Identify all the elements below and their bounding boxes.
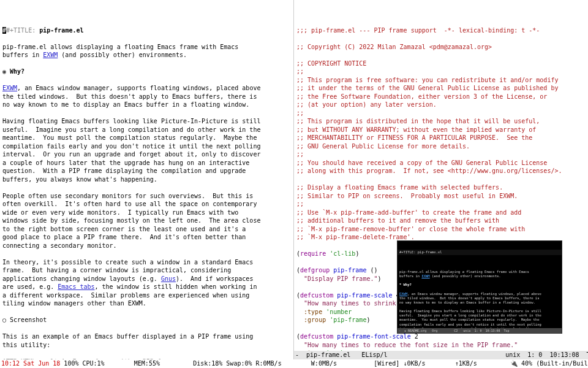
src-c15: ;; Display a floating Emacs frame with s… [296, 184, 503, 191]
src-c13: ;; You should have received a copy of th… [296, 159, 547, 166]
src-copyright: ;; Copyright (C) 2022 Milan Zamazal <pdm… [296, 44, 492, 50]
intro-line2a: buffers in [2, 52, 43, 58]
src-c4c: ;; [296, 151, 304, 158]
src-c18: ;; additional buffers to it and remove t… [296, 217, 499, 224]
source-pane[interactable]: ;;; pip-frame.el --- PIP frame support -… [294, 0, 588, 359]
heading-bullet-2: ○ [2, 316, 10, 323]
defgroup-name: pip-frame [333, 267, 366, 274]
emacs-tabs-link[interactable]: Emacs tabs [58, 283, 94, 290]
src-c6: ;; it under the terms of the GNU General… [296, 85, 558, 91]
exwm-link[interactable]: EXWM [43, 52, 58, 58]
mb-wired: [Wired] ↓0KB/s [374, 360, 425, 367]
modeline-right[interactable]: - pip-frame.el ELisp/l unix 1: 0 10:13:0… [294, 351, 588, 359]
src-c8: ;; (at your option) any later version. [296, 101, 437, 108]
minibuffer[interactable]: 10:12 Sat Jun 18 100% CPU:1% MEM:55% Dis… [0, 359, 588, 368]
src-c14: ;; along with this program. If not, see … [296, 167, 562, 174]
pip-exwm-link[interactable]: EXWM [421, 274, 429, 278]
title-keyword: #+TITLE: [6, 27, 36, 34]
pip-exwm-link-2[interactable]: EXWM [399, 292, 407, 296]
dc2-name: pip-frame-font-scale [337, 333, 410, 340]
heading-screenshot: Screenshot [10, 316, 47, 323]
src-c19: ;; `M-x pip-frame-remove-buffer' or clos… [296, 226, 525, 232]
src-c16: ;; Similar to PIP on screens. Probably m… [296, 193, 518, 199]
require-arg: 'cl-lib [330, 250, 355, 257]
group-val-1: 'pip-frame [330, 316, 366, 323]
src-c10: ;; but WITHOUT ANY WARRANTY; without eve… [296, 126, 536, 133]
pip-body: pip-frame.el allows displaying a floatin… [398, 264, 562, 334]
dc2-doc: "How many times to reduce the font size … [304, 342, 518, 348]
mb-cpu-pct: 100% [64, 360, 78, 367]
why-p3: People often use secondary monitors for … [2, 193, 260, 249]
gnus-link[interactable]: Gnus [161, 275, 176, 282]
src-c9: ;; This program is distributed in the ho… [296, 118, 540, 125]
intro-line2b: (and possibly other) environments. [58, 52, 187, 58]
pip-l1: pip-frame.el allows displaying a floatin… [399, 270, 529, 274]
src-notice-head: ;; COPYRIGHT NOTICE [296, 60, 366, 67]
dc2-val: 2 [415, 333, 418, 340]
mb-cpu: CPU:1% [82, 360, 104, 367]
exwm-link-2[interactable]: EXWM [2, 85, 17, 91]
pip-modeline[interactable]: - ★ README.org Org C2 unix 1: 0 10:13:08… [398, 328, 562, 334]
defgroup-kw: defgroup [300, 267, 330, 274]
mb-time: 10:12 Sat Jun 18 [1, 360, 60, 367]
src-c7: ;; the Free Software Foundation, either … [296, 93, 547, 100]
mb-disk: Disk:18% Swap:0% R:0MB/s [193, 360, 282, 367]
defcustom-kw-2: defcustom [300, 333, 333, 340]
pip-p1b: , an Emacs window manager, supports floa… [399, 292, 541, 304]
screenshot-p1: This is an example of an Emacs buffer di… [2, 333, 253, 348]
defgroup-doc: "Display PIP frame." [304, 275, 377, 282]
mb-wio: W:0MB/s [311, 360, 337, 367]
src-header: ;;; pip-frame.el --- PIP frame support -… [296, 27, 540, 34]
mb-gap1 [108, 360, 130, 367]
src-c4b: ;; [296, 110, 304, 117]
type-num-1: 'number [326, 309, 352, 315]
why-p2: Having floating Emacs buffers looking li… [2, 118, 260, 183]
readme-content: ##+TITLE: pip-frame.el pip-frame.el allo… [2, 18, 291, 359]
heading-why: Why? [10, 68, 24, 75]
mb-gap4 [341, 360, 363, 367]
mb-mem: MEM:55% [134, 360, 160, 367]
group-kw-1: :group [304, 316, 326, 323]
intro-line1: pip-frame.el allows displaying a floatin… [2, 44, 238, 50]
why-p1: , an Emacs window manager, supports floa… [2, 85, 260, 108]
mb-up: ↑1KB/s [455, 360, 477, 367]
pip-l2a: buffers in [399, 274, 421, 278]
mb-gap3 [285, 360, 307, 367]
mb-gap6 [481, 360, 503, 367]
mb-gap5 [429, 360, 451, 367]
src-c4: ;; [296, 68, 304, 75]
src-c11: ;; MERCHANTABILITY or FITNESS FOR A PART… [296, 134, 532, 141]
mb-gap2 [164, 360, 182, 367]
title-text: pip-frame.el [39, 27, 83, 34]
heading-bullet: ◉ [2, 68, 10, 75]
src-c20: ;; `M-x pip-frame-delete-frame'. [296, 234, 415, 240]
pip-frame[interactable]: #+TITLE: pip-frame.el pip-frame.el allow… [397, 240, 562, 334]
pip-why-head: * Why? [399, 283, 412, 286]
pip-title-bar: #+TITLE: pip-frame.el [398, 250, 562, 255]
src-c12: ;; GNU General Public License for more d… [296, 143, 470, 150]
src-c5: ;; This program is free software: you ca… [296, 77, 558, 83]
src-c4d: ;; [296, 201, 304, 207]
defcustom-kw-1: defcustom [300, 292, 333, 299]
require-kw: require [300, 250, 326, 257]
pip-l2b: (and possibly other) environments. [430, 274, 501, 278]
type-kw-1: :type [304, 309, 322, 315]
modeline-right-text: - pip-frame.el ELisp/l unix 1: 0 10:13:0… [295, 351, 588, 358]
dc1-name: pip-frame-scale [337, 292, 392, 299]
mb-bat: 🔌 40% (Built-in/Built-in) [510, 360, 588, 367]
readme-pane[interactable]: ##+TITLE: pip-frame.el pip-frame.el allo… [0, 0, 294, 359]
src-c17: ;; Use `M-x pip-frame-add-buffer' to cre… [296, 209, 521, 216]
